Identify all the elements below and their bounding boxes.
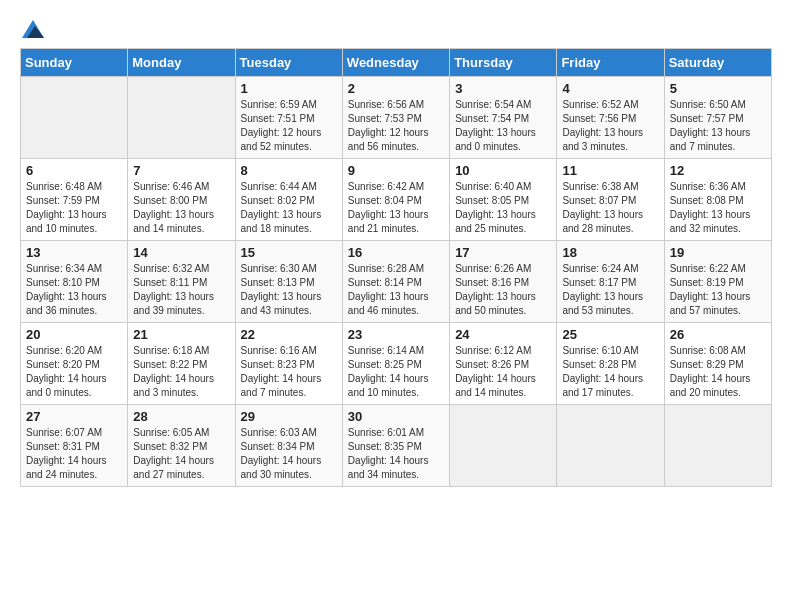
day-number: 27 [26, 409, 122, 424]
calendar-cell: 10Sunrise: 6:40 AM Sunset: 8:05 PM Dayli… [450, 159, 557, 241]
day-detail: Sunrise: 6:54 AM Sunset: 7:54 PM Dayligh… [455, 98, 551, 154]
day-number: 24 [455, 327, 551, 342]
calendar-cell: 28Sunrise: 6:05 AM Sunset: 8:32 PM Dayli… [128, 405, 235, 487]
day-detail: Sunrise: 6:08 AM Sunset: 8:29 PM Dayligh… [670, 344, 766, 400]
day-detail: Sunrise: 6:07 AM Sunset: 8:31 PM Dayligh… [26, 426, 122, 482]
day-number: 10 [455, 163, 551, 178]
calendar-cell [450, 405, 557, 487]
day-number: 16 [348, 245, 444, 260]
calendar-cell: 25Sunrise: 6:10 AM Sunset: 8:28 PM Dayli… [557, 323, 664, 405]
calendar-week-5: 27Sunrise: 6:07 AM Sunset: 8:31 PM Dayli… [21, 405, 772, 487]
day-detail: Sunrise: 6:32 AM Sunset: 8:11 PM Dayligh… [133, 262, 229, 318]
calendar-cell [664, 405, 771, 487]
day-detail: Sunrise: 6:38 AM Sunset: 8:07 PM Dayligh… [562, 180, 658, 236]
day-detail: Sunrise: 6:59 AM Sunset: 7:51 PM Dayligh… [241, 98, 337, 154]
day-number: 3 [455, 81, 551, 96]
calendar-week-4: 20Sunrise: 6:20 AM Sunset: 8:20 PM Dayli… [21, 323, 772, 405]
day-number: 15 [241, 245, 337, 260]
day-detail: Sunrise: 6:46 AM Sunset: 8:00 PM Dayligh… [133, 180, 229, 236]
day-number: 5 [670, 81, 766, 96]
day-detail: Sunrise: 6:26 AM Sunset: 8:16 PM Dayligh… [455, 262, 551, 318]
day-detail: Sunrise: 6:44 AM Sunset: 8:02 PM Dayligh… [241, 180, 337, 236]
day-number: 8 [241, 163, 337, 178]
logo-icon [22, 20, 44, 38]
day-detail: Sunrise: 6:36 AM Sunset: 8:08 PM Dayligh… [670, 180, 766, 236]
day-detail: Sunrise: 6:34 AM Sunset: 8:10 PM Dayligh… [26, 262, 122, 318]
day-header-tuesday: Tuesday [235, 49, 342, 77]
calendar-cell: 22Sunrise: 6:16 AM Sunset: 8:23 PM Dayli… [235, 323, 342, 405]
day-number: 1 [241, 81, 337, 96]
day-number: 30 [348, 409, 444, 424]
day-number: 18 [562, 245, 658, 260]
calendar-cell [21, 77, 128, 159]
calendar-week-2: 6Sunrise: 6:48 AM Sunset: 7:59 PM Daylig… [21, 159, 772, 241]
day-header-sunday: Sunday [21, 49, 128, 77]
day-number: 13 [26, 245, 122, 260]
day-detail: Sunrise: 6:18 AM Sunset: 8:22 PM Dayligh… [133, 344, 229, 400]
calendar-cell: 2Sunrise: 6:56 AM Sunset: 7:53 PM Daylig… [342, 77, 449, 159]
day-detail: Sunrise: 6:14 AM Sunset: 8:25 PM Dayligh… [348, 344, 444, 400]
calendar-cell: 7Sunrise: 6:46 AM Sunset: 8:00 PM Daylig… [128, 159, 235, 241]
calendar-cell: 14Sunrise: 6:32 AM Sunset: 8:11 PM Dayli… [128, 241, 235, 323]
day-number: 14 [133, 245, 229, 260]
day-detail: Sunrise: 6:42 AM Sunset: 8:04 PM Dayligh… [348, 180, 444, 236]
calendar-cell: 3Sunrise: 6:54 AM Sunset: 7:54 PM Daylig… [450, 77, 557, 159]
day-number: 11 [562, 163, 658, 178]
calendar-cell: 29Sunrise: 6:03 AM Sunset: 8:34 PM Dayli… [235, 405, 342, 487]
calendar-cell: 8Sunrise: 6:44 AM Sunset: 8:02 PM Daylig… [235, 159, 342, 241]
calendar-cell: 20Sunrise: 6:20 AM Sunset: 8:20 PM Dayli… [21, 323, 128, 405]
day-detail: Sunrise: 6:01 AM Sunset: 8:35 PM Dayligh… [348, 426, 444, 482]
calendar-cell: 27Sunrise: 6:07 AM Sunset: 8:31 PM Dayli… [21, 405, 128, 487]
calendar-week-1: 1Sunrise: 6:59 AM Sunset: 7:51 PM Daylig… [21, 77, 772, 159]
day-detail: Sunrise: 6:28 AM Sunset: 8:14 PM Dayligh… [348, 262, 444, 318]
calendar-cell: 5Sunrise: 6:50 AM Sunset: 7:57 PM Daylig… [664, 77, 771, 159]
day-detail: Sunrise: 6:30 AM Sunset: 8:13 PM Dayligh… [241, 262, 337, 318]
day-detail: Sunrise: 6:12 AM Sunset: 8:26 PM Dayligh… [455, 344, 551, 400]
calendar-header: SundayMondayTuesdayWednesdayThursdayFrid… [21, 49, 772, 77]
calendar-cell: 1Sunrise: 6:59 AM Sunset: 7:51 PM Daylig… [235, 77, 342, 159]
day-number: 23 [348, 327, 444, 342]
calendar-cell [128, 77, 235, 159]
calendar-cell [557, 405, 664, 487]
day-detail: Sunrise: 6:10 AM Sunset: 8:28 PM Dayligh… [562, 344, 658, 400]
day-number: 20 [26, 327, 122, 342]
calendar-cell: 19Sunrise: 6:22 AM Sunset: 8:19 PM Dayli… [664, 241, 771, 323]
day-detail: Sunrise: 6:16 AM Sunset: 8:23 PM Dayligh… [241, 344, 337, 400]
calendar-cell: 17Sunrise: 6:26 AM Sunset: 8:16 PM Dayli… [450, 241, 557, 323]
calendar-cell: 9Sunrise: 6:42 AM Sunset: 8:04 PM Daylig… [342, 159, 449, 241]
calendar-week-3: 13Sunrise: 6:34 AM Sunset: 8:10 PM Dayli… [21, 241, 772, 323]
calendar-cell: 30Sunrise: 6:01 AM Sunset: 8:35 PM Dayli… [342, 405, 449, 487]
day-detail: Sunrise: 6:48 AM Sunset: 7:59 PM Dayligh… [26, 180, 122, 236]
day-detail: Sunrise: 6:24 AM Sunset: 8:17 PM Dayligh… [562, 262, 658, 318]
page-header [20, 20, 772, 38]
day-header-thursday: Thursday [450, 49, 557, 77]
day-header-monday: Monday [128, 49, 235, 77]
calendar-cell: 13Sunrise: 6:34 AM Sunset: 8:10 PM Dayli… [21, 241, 128, 323]
day-number: 7 [133, 163, 229, 178]
calendar-cell: 18Sunrise: 6:24 AM Sunset: 8:17 PM Dayli… [557, 241, 664, 323]
day-number: 22 [241, 327, 337, 342]
day-detail: Sunrise: 6:52 AM Sunset: 7:56 PM Dayligh… [562, 98, 658, 154]
day-detail: Sunrise: 6:56 AM Sunset: 7:53 PM Dayligh… [348, 98, 444, 154]
calendar-table: SundayMondayTuesdayWednesdayThursdayFrid… [20, 48, 772, 487]
day-detail: Sunrise: 6:03 AM Sunset: 8:34 PM Dayligh… [241, 426, 337, 482]
day-header-wednesday: Wednesday [342, 49, 449, 77]
day-number: 25 [562, 327, 658, 342]
day-number: 21 [133, 327, 229, 342]
logo [20, 20, 44, 38]
day-number: 6 [26, 163, 122, 178]
day-number: 2 [348, 81, 444, 96]
day-header-friday: Friday [557, 49, 664, 77]
day-detail: Sunrise: 6:20 AM Sunset: 8:20 PM Dayligh… [26, 344, 122, 400]
day-number: 9 [348, 163, 444, 178]
day-detail: Sunrise: 6:50 AM Sunset: 7:57 PM Dayligh… [670, 98, 766, 154]
day-number: 26 [670, 327, 766, 342]
day-number: 17 [455, 245, 551, 260]
day-number: 19 [670, 245, 766, 260]
calendar-cell: 12Sunrise: 6:36 AM Sunset: 8:08 PM Dayli… [664, 159, 771, 241]
day-number: 12 [670, 163, 766, 178]
day-header-saturday: Saturday [664, 49, 771, 77]
calendar-cell: 23Sunrise: 6:14 AM Sunset: 8:25 PM Dayli… [342, 323, 449, 405]
calendar-cell: 24Sunrise: 6:12 AM Sunset: 8:26 PM Dayli… [450, 323, 557, 405]
calendar-cell: 11Sunrise: 6:38 AM Sunset: 8:07 PM Dayli… [557, 159, 664, 241]
